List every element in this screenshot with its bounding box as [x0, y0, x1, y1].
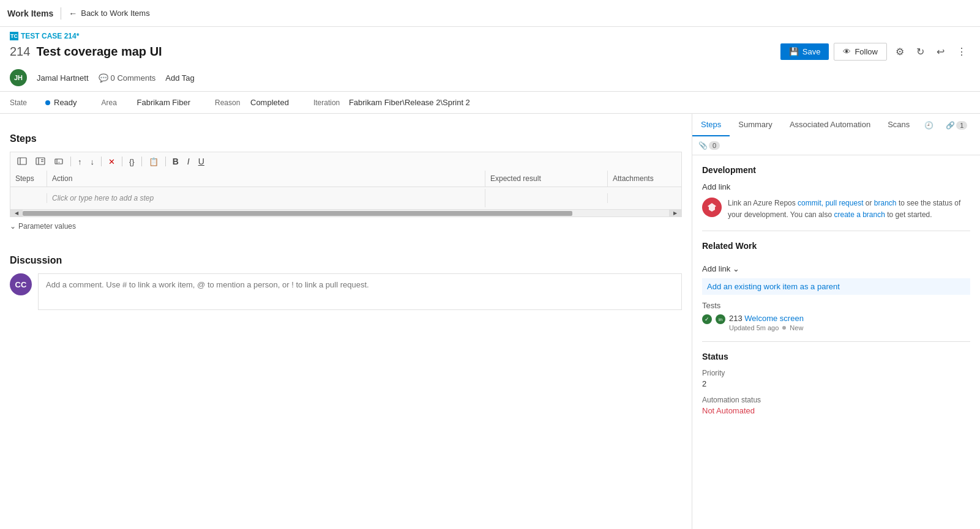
add-link-label: Add link: [702, 264, 730, 273]
reason-field: Reason Completed: [215, 98, 289, 107]
dev-link-description: Link an Azure Repos commit, pull request…: [728, 198, 970, 221]
status-heading: Status: [702, 352, 970, 361]
related-work-heading: Related Work: [702, 241, 757, 251]
steps-scrollbar[interactable]: ◀ ▶: [10, 210, 682, 217]
delete-step-button[interactable]: ✕: [105, 155, 118, 168]
branch-link[interactable]: branch: [874, 199, 897, 207]
dev-add-link-button[interactable]: Add link: [702, 182, 730, 191]
right-panel-content: Development Add link Link an Azure Repos…: [692, 155, 980, 529]
area-field: Area Fabrikam Fiber: [102, 98, 190, 107]
back-arrow-icon: ←: [69, 9, 77, 18]
back-to-work-items-link[interactable]: ← Back to Work Items: [69, 9, 149, 18]
move-down-button[interactable]: ↓: [88, 155, 98, 168]
move-up-button[interactable]: ↑: [75, 155, 85, 168]
azure-repos-icon: [702, 198, 722, 217]
scroll-right-arrow[interactable]: ▶: [669, 210, 681, 217]
links-icon-btn[interactable]: 🔗 1: [940, 116, 973, 135]
params-toggle-button[interactable]: {}: [126, 155, 138, 168]
test-info: 213 Welcome screen Updated 5m ago New: [729, 314, 804, 331]
author-avatar: JH: [10, 69, 27, 86]
insert-shared-step-button[interactable]: [32, 155, 48, 168]
parameter-values-toggle[interactable]: ⌄ Parameter values: [10, 222, 682, 231]
italic-button[interactable]: I: [184, 155, 193, 168]
steps-toolbar: + ↑ ↓ ✕ {} 📋 B I U: [10, 152, 682, 171]
scroll-thumb: [23, 211, 572, 216]
copy-button[interactable]: 📋: [146, 155, 162, 168]
right-tabs-bar: Steps Summary Associated Automation Scan…: [692, 114, 980, 155]
discussion-input-area: CC: [10, 273, 682, 310]
save-label: Save: [802, 47, 821, 56]
tab-steps[interactable]: Steps: [692, 114, 730, 136]
add-step-row[interactable]: Click or type here to add a step: [10, 187, 681, 209]
comments-link[interactable]: 💬 0 Comments: [99, 73, 156, 83]
tab-associated-automation[interactable]: Associated Automation: [781, 114, 879, 136]
step-number-cell: [10, 193, 47, 203]
step-attachments-cell: [608, 193, 681, 203]
more-button[interactable]: ⋮: [953, 43, 970, 60]
undo-button[interactable]: ↩: [933, 43, 948, 60]
underline-button[interactable]: U: [195, 155, 208, 168]
scroll-track[interactable]: [23, 211, 669, 216]
test-status-dot: [782, 326, 786, 330]
reason-value: Completed: [250, 98, 289, 107]
iteration-value: Fabrikam Fiber\Release 2\Sprint 2: [349, 98, 470, 107]
discussion-section: Discussion CC: [10, 245, 682, 310]
priority-value: 2: [702, 379, 970, 388]
top-nav: Work Items ← Back to Work Items: [0, 0, 980, 27]
separator-1: [702, 231, 970, 231]
refresh-button[interactable]: ↻: [913, 43, 928, 60]
bold-button[interactable]: B: [170, 155, 182, 168]
state-reason-group: Reason Completed: [215, 98, 289, 107]
attachments-icon-btn[interactable]: 📎 0: [692, 136, 726, 155]
work-item-title-row: 214 Test coverage map UI 💾 Save 👁 Follow…: [10, 43, 970, 61]
add-tag-button[interactable]: Add Tag: [165, 73, 194, 83]
state-dot-icon: [45, 100, 50, 105]
add-step-placeholder: Click or type here to add a step: [52, 194, 154, 202]
add-existing-parent-link[interactable]: Add an existing work item as a parent: [702, 278, 970, 295]
toolbar-divider-1: [70, 157, 71, 166]
follow-button[interactable]: 👁 Follow: [834, 43, 887, 61]
pull-request-link[interactable]: pull request: [825, 199, 863, 207]
comment-input[interactable]: [38, 273, 682, 310]
commit-link[interactable]: commit,: [798, 199, 823, 207]
step-action-cell[interactable]: Click or type here to add a step: [47, 189, 485, 207]
steps-col-header: Steps: [10, 171, 47, 187]
comment-bubble-icon: 💬: [99, 73, 108, 83]
insert-param-button[interactable]: +: [51, 155, 67, 168]
step-expected-cell: [485, 193, 608, 203]
tab-summary[interactable]: Summary: [730, 114, 781, 136]
attachments-badge: 0: [709, 141, 720, 150]
insert-step-button[interactable]: [14, 155, 30, 168]
spacer: [702, 273, 970, 278]
save-button[interactable]: 💾 Save: [780, 43, 829, 60]
scroll-left-arrow[interactable]: ◀: [10, 210, 23, 217]
chevron-down-icon: ⌄: [10, 222, 16, 231]
add-existing-parent-label: Add an existing work item as a parent: [707, 282, 840, 291]
iteration-label: Iteration: [313, 98, 344, 107]
priority-label: Priority: [702, 369, 970, 377]
status-section: Status Priority 2 Automation status Not …: [702, 352, 970, 415]
test-title-row: 213 Welcome screen: [729, 314, 804, 323]
toolbar-divider-3: [122, 157, 122, 166]
right-panel: Steps Summary Associated Automation Scan…: [692, 114, 980, 529]
comments-count: 0 Comments: [111, 73, 156, 83]
automation-status-label: Automation status: [702, 396, 970, 404]
test-status-text: New: [790, 324, 803, 331]
tab-scans[interactable]: Scans: [879, 114, 918, 136]
area-label: Area: [102, 98, 132, 107]
create-branch-link[interactable]: create a branch: [834, 210, 885, 219]
author-initials: JH: [14, 74, 23, 81]
steps-table-header: Steps Action Expected result Attachments: [10, 171, 681, 187]
save-icon: 💾: [789, 47, 799, 56]
test-link[interactable]: Welcome screen: [744, 314, 804, 323]
commenter-avatar: CC: [10, 273, 32, 295]
to-get-started: to get started.: [887, 210, 932, 219]
history-icon-btn[interactable]: 🕘: [918, 116, 940, 135]
related-work-add-link[interactable]: Add link ⌄: [702, 264, 970, 273]
settings-button[interactable]: ⚙: [892, 43, 908, 60]
work-item-type-text: TEST CASE 214*: [21, 32, 79, 40]
dev-link-text-before: Link an Azure Repos: [728, 199, 796, 207]
priority-field: Priority 2: [702, 369, 970, 388]
back-link-label: Back to Work Items: [81, 9, 149, 18]
work-items-nav-title: Work Items: [7, 9, 53, 18]
